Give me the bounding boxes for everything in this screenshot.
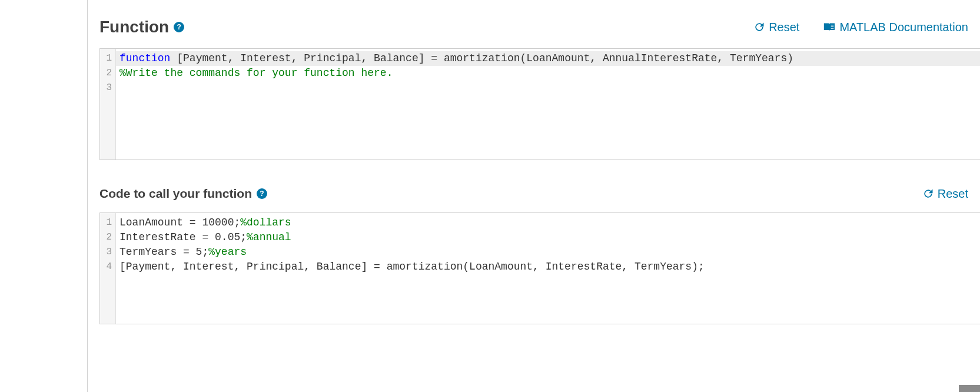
book-icon [823,22,836,32]
code-line: InterestRate = 0.05;%annual [119,230,976,245]
line-number: 1 [100,51,115,66]
code-line: function [Payment, Interest, Principal, … [116,51,980,66]
main-content: Function ? Reset MATLAB Documentation 1 … [88,0,980,392]
caller-title: Code to call your function [99,187,252,201]
function-code-area[interactable]: function [Payment, Interest, Principal, … [116,49,980,160]
comment-token: %dollars [240,217,291,228]
caller-header-actions: Reset [922,187,968,201]
code-line: %Write the commands for your function he… [119,66,976,81]
code-text: [Payment, Interest, Principal, Balance] … [170,52,793,64]
caller-gutter: 1 2 3 4 [100,213,116,324]
code-line: TermYears = 5;%years [119,245,976,260]
function-title: Function [99,18,169,36]
code-text: TermYears = 5; [119,246,208,258]
docs-label: MATLAB Documentation [839,21,968,34]
line-number: 4 [100,260,115,274]
line-number: 2 [100,66,115,81]
keyword-token: function [119,52,170,64]
code-line: LoanAmount = 10000;%dollars [119,215,976,230]
help-icon[interactable]: ? [257,188,267,199]
caller-title-group: Code to call your function ? [99,187,267,201]
matlab-docs-link[interactable]: MATLAB Documentation [823,21,968,34]
line-number: 3 [100,81,115,95]
code-text: [Payment, Interest, Principal, Balance] … [119,261,705,273]
reset-button[interactable]: Reset [922,187,968,201]
reset-label: Reset [938,187,968,201]
help-icon[interactable]: ? [174,22,184,32]
left-sidebar [0,0,88,392]
reset-icon [753,21,765,33]
function-title-group: Function ? [99,18,184,36]
caller-code-editor[interactable]: 1 2 3 4 LoanAmount = 10000;%dollarsInter… [99,212,980,324]
comment-token: %years [208,246,247,258]
line-number: 2 [100,230,115,245]
line-number: 3 [100,245,115,260]
reset-button[interactable]: Reset [753,21,799,34]
comment-token: %annual [247,231,291,243]
reset-icon [922,188,934,200]
function-code-editor[interactable]: 1 2 3 function [Payment, Interest, Princ… [99,48,980,160]
reset-label: Reset [769,21,799,34]
code-line: [Payment, Interest, Principal, Balance] … [119,260,976,274]
function-section-header: Function ? Reset MATLAB Documentation [99,18,980,36]
page-container: Function ? Reset MATLAB Documentation 1 … [0,0,980,392]
function-gutter: 1 2 3 [100,49,116,160]
code-text: InterestRate = 0.05; [119,231,247,243]
code-text: LoanAmount = 10000; [119,217,240,228]
comment-token: %Write the commands for your function he… [119,67,393,79]
bottom-corner-element [959,385,980,392]
caller-section-header: Code to call your function ? Reset [99,187,980,201]
caller-code-area[interactable]: LoanAmount = 10000;%dollarsInterestRate … [116,213,980,324]
line-number: 1 [100,215,115,230]
function-header-actions: Reset MATLAB Documentation [753,21,968,34]
